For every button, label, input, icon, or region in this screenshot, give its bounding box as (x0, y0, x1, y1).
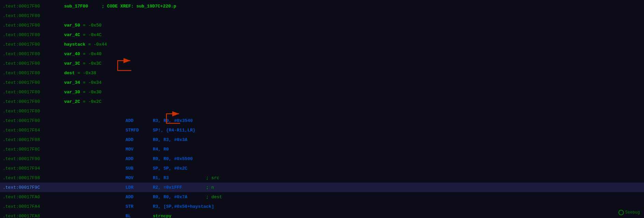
equals-40: = (83, 51, 86, 57)
comment-src: ; src (206, 175, 219, 181)
addr-var40: .text:00017F80 (3, 51, 64, 57)
operands-movr1r3: R1, R3 (153, 175, 201, 181)
mnemonic-stmfd: STMFD (126, 128, 153, 133)
addr-var4c: .text:00017F80 (3, 32, 64, 37)
seebug-logo: Seebug (618, 210, 640, 215)
instr-mov-r1r3: .text:00017F98 MOV R1, R3 ; src (0, 173, 644, 183)
value-3c: -0x3C (88, 61, 102, 66)
operands-blstrncpy: strncpy (153, 214, 172, 218)
equals-50: = (83, 23, 86, 28)
var-name-4c: var_4C (64, 32, 80, 37)
addr-haystack: .text:00017F80 (3, 42, 64, 47)
addr-add3540: .text:00017F80 (3, 118, 64, 123)
addr-movr4r0: .text:00017F8C (3, 147, 64, 152)
mnemonic-add7a: ADD (126, 194, 153, 200)
empty-addr-2: .text:00017F80 (3, 109, 64, 114)
addr-movr1r3: .text:00017F98 (3, 175, 64, 181)
addr-add3a: .text:00017F88 (3, 137, 64, 142)
comment-n: ; n (206, 185, 214, 190)
instr-add-5500: .text:00017F90 ADD R0, R0, #0x5500 (0, 154, 644, 164)
var-line-4c: .text:00017F80 var_4C = -0x4C (0, 30, 644, 40)
mnemonic-blstrncpy: BL (126, 214, 153, 218)
addr-var30: .text:00017F80 (3, 90, 64, 95)
var-name-dest: dest (64, 71, 75, 76)
addr-add5500: .text:00017F90 (3, 156, 64, 161)
empty-line-2: .text:00017F80 (0, 106, 644, 116)
var-name-40: var_40 (64, 51, 80, 57)
equals-34: = (83, 80, 86, 85)
var-line-haystack: .text:00017F80 haystack = -0x44 (0, 40, 644, 49)
seebug-circle-icon (618, 210, 624, 215)
var-name-3c: var_3C (64, 61, 80, 66)
comment-dest: ; dest (206, 194, 222, 200)
operands-add7a: R0, R0, #0x7A (153, 194, 201, 200)
addr-var34: .text:00017F80 (3, 80, 64, 85)
addr-var2c: .text:00017F80 (3, 99, 64, 104)
empty-addr-1: .text:00017F80 (3, 13, 64, 18)
equals-2c: = (83, 99, 86, 104)
var-line-50: .text:00017F80 var_50 = -0x50 (0, 20, 644, 30)
code-view: .text:00017F80 sub_17F80 ; CODE XREF: su… (0, 0, 644, 218)
header-line: .text:00017F80 sub_17F80 ; CODE XREF: su… (0, 1, 644, 11)
var-name-34: var_34 (64, 80, 80, 85)
operands-add5500: R0, R0, #0x5500 (153, 156, 193, 161)
mnemonic-add3a: ADD (126, 137, 153, 142)
mnemonic-ldrr2: LDR (126, 185, 153, 190)
addr-var3c: .text:00017F80 (3, 61, 64, 66)
equals-30: = (83, 90, 86, 95)
addr-strr3: .text:00017FA4 (3, 204, 64, 209)
xref-comment: ; CODE XREF: sub_19D7C+220↓p (102, 4, 176, 9)
value-50: -0x50 (88, 23, 102, 28)
value-dest: -0x38 (83, 71, 96, 76)
addr-dest: .text:00017F80 (3, 71, 64, 76)
instr-mov-r4r0: .text:00017F8C MOV R4, R0 (0, 144, 644, 154)
addr-var50: .text:00017F80 (3, 23, 64, 28)
operands-subsp: SP, SP, #0x2C (153, 166, 187, 171)
instr-str-r3: .text:00017FA4 STR R3, [SP,#0x50+haystac… (0, 202, 644, 211)
equals-haystack: = (88, 42, 91, 47)
var-line-2c: .text:00017F80 var_2C = -0x2C (0, 97, 644, 106)
mnemonic-add3540: ADD (126, 118, 153, 123)
value-haystack: -0x44 (93, 42, 107, 47)
instr-bl-strncpy: .text:00017FA8 BL strncpy (0, 211, 644, 218)
instr-add-3a: .text:00017F88 ADD R0, R3, #0x3A (0, 135, 644, 144)
value-4c: -0x4C (88, 32, 102, 37)
equals-4c: = (83, 32, 86, 37)
addr-stmfd: .text:00017F84 (3, 128, 64, 133)
operands-add3540: R3, R0, #0x3540 (153, 118, 193, 123)
var-line-3c: .text:00017F80 var_3C = -0x3C (0, 59, 644, 68)
var-name-50: var_50 (64, 23, 80, 28)
instr-add-7a: .text:00017FA0 ADD R0, R0, #0x7A ; dest (0, 192, 644, 202)
addr-add7a: .text:00017FA0 (3, 194, 64, 200)
var-line-40: .text:00017F80 var_40 = -0x40 (0, 49, 644, 59)
addr-ldrr2: .text:00017F9C (3, 185, 64, 190)
operands-stmfd: SP!, {R4-R11,LR} (153, 128, 195, 133)
seebug-label: Seebug (625, 210, 640, 215)
var-line-dest: .text:00017F80 dest = -0x38 (0, 68, 644, 78)
instr-stmfd: .text:00017F84 STMFD SP!, {R4-R11,LR} (0, 125, 644, 135)
operands-ldrr2: R2, =0x1FFF (153, 185, 201, 190)
mnemonic-add5500: ADD (126, 156, 153, 161)
var-name-30: var_30 (64, 90, 80, 95)
header-label: sub_17F80 (64, 4, 88, 9)
addr-subsp: .text:00017F94 (3, 166, 64, 171)
instr-ldr-r2: .text:00017F9C LDR R2, =0x1FFF ; n (0, 183, 644, 192)
mnemonic-subsp: SUB (126, 166, 153, 171)
equals-dest: = (77, 71, 80, 76)
var-name-haystack: haystack (64, 42, 85, 47)
value-40: -0x40 (88, 51, 102, 57)
mnemonic-movr1r3: MOV (126, 175, 153, 181)
var-line-34: .text:00017F80 var_34 = -0x34 (0, 78, 644, 87)
instr-add-3540: .text:00017F80 ADD R3, R0, #0x3540 (0, 116, 644, 125)
value-30: -0x30 (88, 90, 102, 95)
addr-blstrncpy: .text:00017FA8 (3, 214, 64, 218)
instr-sub-sp: .text:00017F94 SUB SP, SP, #0x2C (0, 164, 644, 173)
value-2c: -0x2C (88, 99, 102, 104)
mnemonic-movr4r0: MOV (126, 147, 153, 152)
header-addr: .text:00017F80 (3, 4, 64, 9)
operands-add3a: R0, R3, #0x3A (153, 137, 187, 142)
empty-line-1: .text:00017F80 (0, 11, 644, 20)
var-line-30: .text:00017F80 var_30 = -0x30 (0, 87, 644, 97)
equals-3c: = (83, 61, 86, 66)
operands-strr3: R3, [SP,#0x50+haystack] (153, 204, 214, 209)
